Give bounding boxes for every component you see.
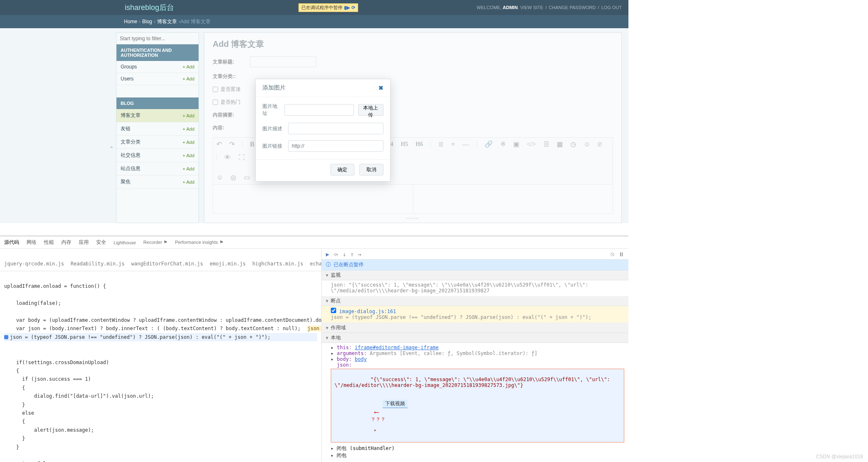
json-value-box: "{\"success\": 1, \"message\": \"\\u4e0a… (331, 369, 624, 443)
sidebar-head-auth: AUTHENTICATION AND AUTHORIZATION (116, 44, 199, 61)
crumb-current: Add 博客文章 (180, 18, 211, 25)
user-links: WELCOME, ADMIN. VIEW SITE / CHANGE PASSW… (477, 5, 622, 10)
add-users[interactable]: Add (183, 76, 194, 81)
watch-expression[interactable]: json: "{\"success\": 1, \"message\": \"\… (322, 280, 628, 296)
pause-exc-icon[interactable]: ⏸ (618, 251, 624, 258)
crumb-articles[interactable]: 博客文章 (157, 18, 177, 25)
crumb-blog[interactable]: Blog (142, 19, 152, 24)
resume-icon[interactable]: ▮▶ (344, 5, 350, 10)
tab-lighthouse[interactable]: Lighthouse (114, 240, 136, 245)
add-groups[interactable]: Add (183, 64, 194, 69)
section-local[interactable]: 本地 (322, 333, 628, 343)
breakpoint-icon[interactable] (4, 335, 8, 339)
tab-perf-insights[interactable]: Performance insights ⚑ (175, 240, 223, 245)
annotation-question: ？？？ (371, 416, 386, 422)
sidebar-item-cats[interactable]: 文章分类Add (116, 136, 199, 149)
section-breakpoints[interactable]: 断点 (322, 296, 628, 306)
bp-checkbox[interactable] (331, 308, 336, 313)
upload-local-button[interactable]: 本地上传 (358, 104, 383, 116)
step-over-button[interactable]: ⤼ (333, 251, 338, 258)
sidebar-item-social[interactable]: 社交信息Add (116, 149, 199, 162)
admin-header: ishareblog后台 已在调试程序中暂停 ▮▶ ⟳ WELCOME, ADM… (0, 0, 628, 15)
sidebar-item-groups[interactable]: GroupsAdd (116, 61, 199, 73)
crumb-home[interactable]: Home (124, 19, 137, 24)
step-into-button[interactable]: ↓ (342, 251, 346, 258)
logout-link[interactable]: LOG OUT (601, 5, 622, 10)
tab-sources[interactable]: 源代码 (4, 239, 19, 246)
tab-security[interactable]: 安全 (96, 239, 106, 246)
input-image-desc[interactable] (288, 123, 383, 134)
view-site-link[interactable]: VIEW SITE (520, 5, 543, 10)
input-image-url[interactable] (284, 104, 354, 116)
sidebar-filter-input[interactable] (116, 33, 199, 44)
tab-recorder[interactable]: Recorder ⚑ (143, 240, 167, 245)
tab-performance[interactable]: 性能 (44, 239, 54, 246)
sidebar-item-siteinfo[interactable]: 站点信息Add (116, 162, 199, 175)
download-video-link[interactable]: 下载视频 (383, 400, 407, 408)
sidebar-collapse-icon[interactable]: « (110, 144, 113, 149)
arrow-icon: ⟵ (375, 408, 379, 416)
change-password-link[interactable]: CHANGE PASSWORD (549, 5, 596, 10)
add-article[interactable]: Add (183, 113, 194, 118)
site-title: ishareblog后台 (125, 2, 174, 12)
modal-title: 添加图片 (262, 84, 286, 92)
file-tab[interactable]: echarts.common.min.js (310, 260, 322, 268)
file-tab[interactable]: emoji.min.js (210, 260, 246, 268)
section-watch[interactable]: 监视 (322, 270, 628, 280)
step-out-button[interactable]: ↑ (350, 251, 354, 258)
file-tab[interactable]: wangEditorForChat.min.js (131, 260, 203, 268)
file-tab[interactable]: Readability.min.js (71, 260, 125, 268)
image-upload-modal: 添加图片 ✖ 图片地址本地上传 图片描述 图片链接 确定 取消 (255, 79, 390, 182)
debug-paused-badge[interactable]: 已在调试程序中暂停 ▮▶ ⟳ (298, 3, 358, 12)
devtools-tabs: 源代码 网络 性能 内存 应用 安全 Lighthouse Recorder ⚑… (0, 236, 628, 249)
section-scope[interactable]: 作用域 (322, 323, 628, 333)
breadcrumb: Home› Blog› 博客文章› Add 博客文章 (0, 15, 628, 28)
close-icon[interactable]: ✖ (378, 85, 383, 91)
breakpoint-entry[interactable]: image-dialog.js:161 json = (typeof JSON.… (322, 306, 628, 323)
ok-button[interactable]: 确定 (330, 164, 354, 175)
paused-info: 已在断点暂停 (322, 260, 628, 270)
cancel-button[interactable]: 取消 (359, 164, 383, 175)
deactivate-bp-icon[interactable]: ⦸ (611, 250, 614, 258)
sidebar-item-users[interactable]: UsersAdd (116, 73, 199, 85)
step-button[interactable]: → (358, 251, 361, 258)
file-tab[interactable]: jquery-qrcode.min.js (4, 260, 64, 268)
resume-button[interactable]: ▶ (326, 251, 329, 258)
tab-application[interactable]: 应用 (79, 239, 89, 246)
sidebar-item-articles[interactable]: 博客文章Add (116, 109, 199, 122)
debugger-sidebar: ▶ ⤼ ↓ ↑ → ⦸ ⏸ 已在断点暂停 监视 json: "{\"succes… (322, 249, 628, 462)
source-code-view[interactable]: jquery-qrcode.min.js Readability.min.js … (0, 249, 322, 462)
sidebar-item-focus[interactable]: 聚焦Add (116, 175, 199, 189)
sidebar-item-links[interactable]: 友链Add (116, 122, 199, 136)
sidebar-head-blog: BLOG (116, 97, 199, 109)
file-tab[interactable]: highcharts.min.js (252, 260, 303, 268)
step-icon[interactable]: ⟳ (352, 5, 355, 10)
tab-memory[interactable]: 内存 (61, 239, 71, 246)
devtools-panel: 源代码 网络 性能 内存 应用 安全 Lighthouse Recorder ⚑… (0, 236, 628, 462)
input-image-link[interactable] (288, 140, 383, 152)
sidebar: AUTHENTICATION AND AUTHORIZATION GroupsA… (116, 32, 199, 223)
tab-network[interactable]: 网络 (27, 239, 36, 246)
